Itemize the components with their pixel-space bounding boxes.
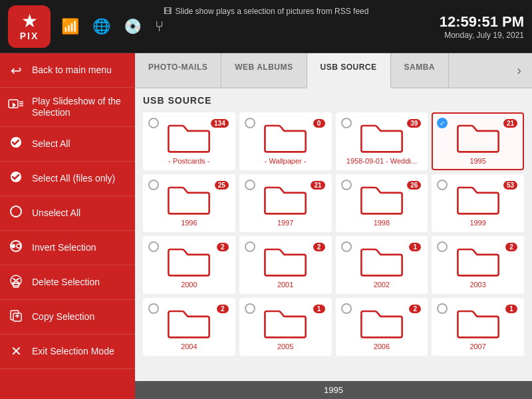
folder-select-circle[interactable] <box>341 303 352 314</box>
folder-icon <box>166 305 212 341</box>
sidebar-item-copy[interactable]: Copy Selection <box>0 300 135 334</box>
folder-count-badge: 26 <box>407 181 421 190</box>
folder-select-circle[interactable] <box>148 118 159 128</box>
folder-grid: 134- Postcards - 0- Wallpaper - 391958-0… <box>143 112 524 356</box>
folder-name-label: 2000 <box>181 281 197 289</box>
folder-icon <box>262 119 309 156</box>
clock-date: Monday, July 19, 2021 <box>440 31 524 40</box>
folder-item[interactable]: 12005 <box>239 298 332 356</box>
folder-icon <box>166 181 212 217</box>
svg-point-10 <box>17 244 21 248</box>
sidebar-item-play-slideshow[interactable]: Play Slideshow of the Selection <box>0 88 135 127</box>
folder-name-label: 1995 <box>469 157 485 165</box>
folder-item[interactable]: 391958-09-01 - Weddi... <box>336 112 428 170</box>
folder-name-label: 1997 <box>277 219 293 227</box>
tab-usb-source[interactable]: USB SOURCE <box>307 53 391 88</box>
sidebar-label-back: Back to main menu <box>32 65 112 76</box>
folder-select-circle[interactable] <box>437 303 448 314</box>
folder-item[interactable]: 211997 <box>239 174 332 232</box>
sidebar-item-delete[interactable]: Delete Selection <box>0 265 135 300</box>
folder-name-label: 1998 <box>374 219 390 227</box>
folder-item[interactable]: 261998 <box>336 174 428 232</box>
folder-count-badge: 1 <box>313 305 325 313</box>
folder-select-circle[interactable]: ✓ <box>437 118 448 128</box>
folder-count-badge: 39 <box>407 119 421 128</box>
folder-select-circle[interactable] <box>148 241 159 252</box>
tab-web-albums[interactable]: WEB ALBUMS <box>221 53 307 87</box>
sidebar-item-back[interactable]: ↩ Back to main menu <box>0 53 135 88</box>
folder-item[interactable]: 22006 <box>336 298 428 356</box>
sidebar-label-invert: Invert Selection <box>32 242 96 253</box>
folder-select-circle[interactable] <box>437 241 448 252</box>
top-icons: 📶 🌐 💿 ⑂ <box>61 18 440 35</box>
unselect-icon <box>7 205 25 221</box>
folder-item[interactable]: 22004 <box>143 298 235 356</box>
folder-count-badge: 21 <box>311 181 325 190</box>
folder-icon <box>455 181 501 217</box>
exit-icon: ✕ <box>7 343 25 359</box>
tab-samba[interactable]: SAMBA <box>391 53 450 87</box>
select-all-files-icon <box>7 170 25 187</box>
folder-item[interactable]: 22003 <box>432 236 524 294</box>
folder-item[interactable]: 12007 <box>432 298 524 356</box>
folder-icon <box>166 119 212 156</box>
slideshow-icon: 🎞 <box>164 7 172 16</box>
clock-time: 12:59:51 PM <box>440 13 524 31</box>
folder-select-circle[interactable] <box>341 180 352 190</box>
folder-item[interactable]: 251996 <box>143 174 235 232</box>
folder-select-circle[interactable] <box>437 180 448 190</box>
folder-item[interactable]: 531999 <box>432 174 524 232</box>
folder-name-label: 2002 <box>374 281 390 289</box>
sidebar-item-select-all-files[interactable]: Select All (files only) <box>0 162 135 196</box>
wifi-icon: 📶 <box>61 18 79 35</box>
folder-count-badge: 2 <box>217 305 229 313</box>
folder-name-label: 2005 <box>277 342 293 350</box>
folder-item[interactable]: 12002 <box>336 236 428 294</box>
sidebar-label-copy: Copy Selection <box>32 311 94 323</box>
folder-name-label: 2007 <box>469 342 485 350</box>
sidebar-label-select-all: Select All <box>32 138 70 150</box>
folder-name-label: - Wallpaper - <box>265 157 307 165</box>
folder-icon <box>358 119 405 156</box>
folder-item[interactable]: 134- Postcards - <box>143 112 235 170</box>
top-message: 🎞 Slide show plays a selection of pictur… <box>164 7 369 16</box>
copy-icon <box>7 308 25 326</box>
folder-icon <box>455 243 501 279</box>
folder-item[interactable]: 22001 <box>239 236 332 294</box>
folder-select-circle[interactable] <box>245 241 255 252</box>
sidebar-label-play: Play Slideshow of the Selection <box>32 96 128 118</box>
folder-select-circle[interactable] <box>341 241 352 252</box>
play-icon <box>7 98 25 115</box>
content-area: PHOTO-MAILS WEB ALBUMS USB SOURCE SAMBA … <box>135 53 532 399</box>
sidebar-item-exit[interactable]: ✕ Exit Selection Mode <box>0 334 135 369</box>
sidebar-item-select-all[interactable]: Select All <box>0 127 135 162</box>
folder-item[interactable]: 22000 <box>143 236 235 294</box>
folder-name-label: - Postcards - <box>168 157 209 165</box>
clock-area: 12:59:51 PM Monday, July 19, 2021 <box>440 13 524 40</box>
folder-name-label: 1999 <box>469 219 485 227</box>
sidebar-item-invert[interactable]: Invert Selection <box>0 231 135 265</box>
tab-photo-mails[interactable]: PHOTO-MAILS <box>135 53 221 87</box>
folder-name-label: 2001 <box>277 281 293 289</box>
folder-select-circle[interactable] <box>341 118 352 128</box>
sidebar-label-delete: Delete Selection <box>32 277 100 288</box>
folder-count-badge: 2 <box>409 305 421 313</box>
sidebar-label-select-all-files: Select All (files only) <box>32 173 115 184</box>
folder-select-circle[interactable] <box>148 303 159 314</box>
tabs-bar: PHOTO-MAILS WEB ALBUMS USB SOURCE SAMBA … <box>135 53 532 88</box>
folder-count-badge: 0 <box>313 119 325 128</box>
folder-name-label: 2003 <box>469 281 485 289</box>
folder-select-circle[interactable] <box>245 180 255 190</box>
folder-icon <box>455 305 501 341</box>
sidebar-item-unselect-all[interactable]: Unselect All <box>0 196 135 231</box>
folder-icon <box>358 243 405 279</box>
folder-count-badge: 2 <box>313 243 325 251</box>
tab-next-button[interactable]: › <box>506 53 532 87</box>
folder-item[interactable]: ✓ 211995 <box>432 112 524 170</box>
folder-item[interactable]: 0- Wallpaper - <box>239 112 332 170</box>
folder-icon <box>262 305 309 341</box>
folder-select-circle[interactable] <box>245 303 255 314</box>
folder-icon <box>262 181 309 217</box>
folder-select-circle[interactable] <box>245 118 255 128</box>
folder-select-circle[interactable] <box>148 180 159 190</box>
